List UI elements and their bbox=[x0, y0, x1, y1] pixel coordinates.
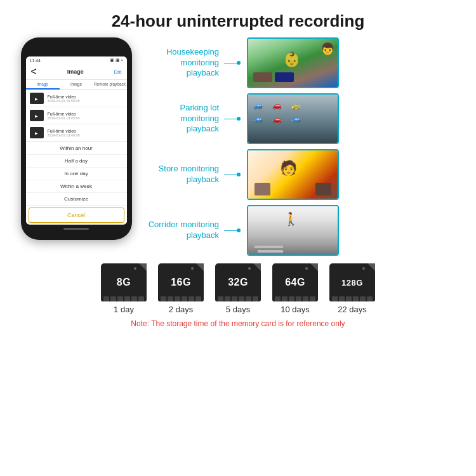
monitoring-image-parking: 🚙 🚗 🚕 🚙 🚗 🚙 bbox=[247, 93, 339, 144]
sd-card-8g: 8G bbox=[101, 263, 147, 301]
phone-tabs: Image Image Remote playback bbox=[26, 80, 127, 90]
video-date-1: 2019-01-01 15:50:08 bbox=[48, 99, 123, 103]
phone-dropdown: Within an hour Half a day In one day Wit… bbox=[26, 142, 127, 223]
storage-card-128g: 128G 22 days bbox=[329, 263, 375, 314]
dropdown-item-5[interactable]: Customize bbox=[26, 193, 127, 206]
storage-section: 8G 1 day 16G 2 days 32G bbox=[0, 263, 476, 328]
sd-card-notch-16g bbox=[158, 296, 204, 301]
connector-line-parking bbox=[224, 119, 237, 119]
connector-dot-parking bbox=[237, 117, 241, 121]
sd-card-label-32g: 32G bbox=[228, 277, 248, 288]
phone-icons: ▣ ▣ ▪ bbox=[110, 58, 122, 63]
page-title: 24-hour uninterrupted recording bbox=[13, 11, 463, 31]
monitoring-label-parking: Parking lotmonitoring playback bbox=[146, 103, 219, 135]
dropdown-cancel-button[interactable]: Cancel bbox=[29, 208, 124, 223]
storage-days-8g: 1 day bbox=[114, 305, 134, 314]
phone-nav: < Image Edit bbox=[26, 64, 127, 80]
video-thumb-3: ▶ bbox=[30, 127, 44, 138]
storage-card-8g: 8G 1 day bbox=[101, 263, 147, 314]
phone-home-indicator bbox=[63, 228, 89, 230]
sd-card-label-8g: 8G bbox=[117, 277, 131, 288]
sd-card-dot-8g bbox=[134, 267, 136, 270]
video-label-1: Full-time video bbox=[48, 95, 123, 99]
sd-card-label-16g: 16G bbox=[171, 277, 191, 288]
monitoring-label-housekeeping: Housekeepingmonitoring playback bbox=[146, 47, 219, 79]
storage-days-64g: 10 days bbox=[281, 305, 310, 314]
monitoring-image-corridor: 🚶 bbox=[247, 205, 339, 256]
storage-days-16g: 2 days bbox=[169, 305, 193, 314]
phone-status-bar: 11:44 ▣ ▣ ▪ bbox=[26, 56, 127, 64]
video-thumb-2: ▶ bbox=[30, 110, 44, 121]
sd-card-32g: 32G bbox=[215, 263, 261, 301]
phone-video-list: ▶ Full-time video 2019-01-01 15:50:08 ▶ … bbox=[26, 90, 127, 142]
tab-image2[interactable]: Image bbox=[60, 80, 93, 89]
sd-card-label-128g: 128G bbox=[341, 278, 363, 288]
monitoring-corridor: Corridor monitoringplayback 🚶 bbox=[146, 205, 463, 256]
phone-mockup: 11:44 ▣ ▣ ▪ < Image Edit Image Image Rem… bbox=[13, 37, 140, 240]
phone-screen: 11:44 ▣ ▣ ▪ < Image Edit Image Image Rem… bbox=[26, 56, 127, 225]
monitoring-label-corridor: Corridor monitoringplayback bbox=[146, 220, 219, 241]
video-date-3: 2019-01-01 13:40:08 bbox=[48, 133, 123, 137]
sd-card-notch-8g bbox=[101, 296, 147, 301]
connector-dot-store bbox=[237, 173, 241, 176]
monitoring-store: Store monitoringplayback 🧑 bbox=[146, 149, 463, 200]
monitoring-label-store: Store monitoringplayback bbox=[146, 164, 219, 185]
sd-card-dot-16g bbox=[191, 267, 194, 270]
storage-days-128g: 22 days bbox=[338, 305, 367, 314]
video-date-2: 2019-01-01 13:45:00 bbox=[48, 116, 123, 120]
tab-image[interactable]: Image bbox=[26, 80, 60, 89]
connector-dot-housekeeping bbox=[237, 61, 241, 65]
monitoring-image-housekeeping: 👦 bbox=[247, 37, 339, 88]
phone-time: 11:44 bbox=[30, 58, 41, 63]
phone-nav-title: Image bbox=[67, 69, 84, 75]
dropdown-item-1[interactable]: Within an hour bbox=[26, 142, 127, 155]
monitoring-parking: Parking lotmonitoring playback 🚙 🚗 🚕 🚙 🚗… bbox=[146, 93, 463, 144]
phone-edit-button[interactable]: Edit bbox=[114, 70, 121, 74]
video-thumb-1: ▶ bbox=[30, 93, 44, 104]
dropdown-item-4[interactable]: Within a week bbox=[26, 180, 127, 193]
sd-card-notch-32g bbox=[215, 296, 261, 301]
sd-card-16g: 16G bbox=[158, 263, 204, 301]
dropdown-item-2[interactable]: Half a day bbox=[26, 155, 127, 168]
sd-card-dot-128g bbox=[362, 267, 365, 270]
video-item-1[interactable]: ▶ Full-time video 2019-01-01 15:50:08 bbox=[26, 90, 127, 107]
dropdown-item-3[interactable]: In one day bbox=[26, 168, 127, 180]
storage-cards: 8G 1 day 16G 2 days 32G bbox=[10, 263, 466, 314]
storage-note: Note: The storage time of the memory car… bbox=[10, 319, 466, 328]
sd-card-notch-64g bbox=[272, 296, 318, 301]
phone-notch bbox=[57, 46, 95, 54]
video-item-2[interactable]: ▶ Full-time video 2019-01-01 13:45:00 bbox=[26, 107, 127, 124]
sd-card-64g: 64G bbox=[272, 263, 318, 301]
monitoring-image-store: 🧑 bbox=[247, 149, 339, 200]
video-label-3: Full-time video bbox=[48, 129, 123, 133]
sd-card-dot-64g bbox=[305, 267, 308, 270]
main-content: 11:44 ▣ ▣ ▪ < Image Edit Image Image Rem… bbox=[0, 37, 476, 256]
video-info-1: Full-time video 2019-01-01 15:50:08 bbox=[48, 95, 123, 103]
storage-card-64g: 64G 10 days bbox=[272, 263, 318, 314]
storage-card-16g: 16G 2 days bbox=[158, 263, 204, 314]
monitoring-container: Housekeepingmonitoring playback 👦 Parkin… bbox=[146, 37, 463, 256]
connector-line-store bbox=[224, 175, 237, 175]
phone-back-button[interactable]: < bbox=[31, 66, 37, 77]
monitoring-housekeeping: Housekeepingmonitoring playback 👦 bbox=[146, 37, 463, 88]
video-info-3: Full-time video 2019-01-01 13:40:08 bbox=[48, 129, 123, 137]
phone-device: 11:44 ▣ ▣ ▪ < Image Edit Image Image Rem… bbox=[21, 37, 132, 240]
storage-days-32g: 5 days bbox=[226, 305, 250, 314]
connector-dot-corridor bbox=[237, 228, 241, 232]
connector-line-corridor bbox=[224, 230, 237, 231]
video-label-2: Full-time video bbox=[48, 112, 123, 116]
connector-line-housekeeping bbox=[224, 63, 237, 63]
storage-card-32g: 32G 5 days bbox=[215, 263, 261, 314]
video-item-3[interactable]: ▶ Full-time video 2019-01-01 13:40:08 bbox=[26, 124, 127, 142]
sd-card-label-64g: 64G bbox=[285, 277, 305, 288]
tab-remote-playback[interactable]: Remote playback bbox=[93, 80, 127, 89]
page-header: 24-hour uninterrupted recording bbox=[0, 0, 476, 37]
sd-card-dot-32g bbox=[248, 267, 251, 270]
sd-card-128g: 128G bbox=[329, 263, 375, 301]
video-info-2: Full-time video 2019-01-01 13:45:00 bbox=[48, 112, 123, 120]
sd-card-notch-128g bbox=[329, 296, 375, 301]
